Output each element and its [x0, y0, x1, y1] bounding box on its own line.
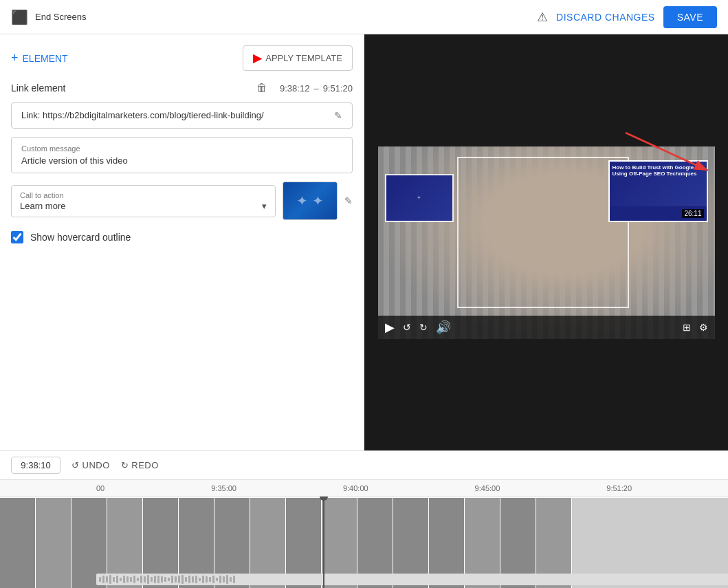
right-panel: ✦ How to Build Trust with Google Using O… — [364, 34, 728, 450]
thumb-cell-1 — [0, 498, 36, 588]
header: ⬛ End Screens ⚠ DISCARD CHANGES SAVE — [0, 0, 728, 34]
apply-template-button[interactable]: ▶ APPLY TEMPLATE — [243, 45, 353, 71]
custom-message-field[interactable]: Custom message Article version of this v… — [11, 137, 353, 173]
left-overlay-rect: ✦ — [385, 174, 454, 222]
thumbnail-graphic: ✦ ✦ — [283, 182, 337, 219]
video-background: ✦ How to Build Trust with Google Using O… — [378, 146, 715, 339]
track-content-3 — [96, 569, 728, 588]
timeline-ruler: 00 9:35:00 9:40:00 9:45:00 9:51:20 — [0, 480, 728, 497]
link-element-label: Link element — [11, 83, 65, 94]
link-field-inner: Link: https://b2bdigitalmarketers.com/bl… — [21, 110, 329, 120]
forward-icon[interactable]: ↻ — [419, 322, 428, 333]
edit-thumbnail-icon[interactable]: ✎ — [344, 195, 353, 206]
timeline-section: 9:38:10 ↺ UNDO ↻ REDO 00 9:35:00 9:40:00… — [0, 450, 728, 588]
time-separator: – — [313, 83, 318, 94]
undo-button[interactable]: ↺ UNDO — [71, 460, 110, 470]
link-field[interactable]: Link: https://b2bdigitalmarketers.com/bl… — [11, 102, 353, 129]
ruler-mark-3: 9:45:00 — [475, 484, 500, 492]
video-container: ✦ How to Build Trust with Google Using O… — [378, 146, 715, 339]
grid-icon[interactable]: ⊞ — [683, 322, 691, 333]
header-right: ⚠ DISCARD CHANGES SAVE — [537, 6, 717, 28]
link-element-row: Link element 🗑 9:38:12 – 9:51:20 — [11, 82, 353, 94]
redo-icon: ↻ — [121, 460, 129, 470]
track-row-3: ♪ — [0, 569, 728, 588]
cta-label: Call to action — [20, 191, 64, 199]
undo-icon: ↺ — [71, 460, 80, 470]
cta-row: Call to action Learn more ▾ ✦ ✦ ✎ — [11, 182, 353, 220]
add-element-button[interactable]: + ELEMENT — [11, 51, 68, 65]
audio-wave — [96, 574, 728, 585]
cta-value: Learn more — [20, 201, 65, 211]
screen-icon: ⬛ — [11, 9, 28, 25]
ruler-mark-0: 00 — [96, 484, 104, 492]
delete-icon[interactable]: 🗑 — [256, 82, 267, 94]
video-controls: ▶ ↺ ↻ 🔊 ⊞ ⚙ — [378, 316, 715, 339]
save-button[interactable]: SAVE — [663, 6, 717, 28]
youtube-logo-icon: ▶ — [253, 52, 261, 65]
plus-icon: + — [11, 51, 19, 65]
toolbar-row: + ELEMENT ▶ APPLY TEMPLATE — [11, 45, 353, 71]
time-start: 9:38:12 — [280, 83, 309, 94]
track-row-2 — [0, 542, 728, 569]
hovercard-checkbox[interactable] — [11, 231, 23, 243]
main-selection-rect — [457, 157, 629, 308]
timeline-tracks: + Video: How to Build Trust with Google … — [0, 497, 728, 588]
alert-icon[interactable]: ⚠ — [537, 10, 548, 25]
cta-select-wrapper[interactable]: Call to action Learn more ▾ — [11, 185, 276, 217]
play-icon[interactable]: ▶ — [385, 320, 395, 335]
thumb-cell-2 — [36, 498, 71, 588]
ruler-marks: 00 9:35:00 9:40:00 9:45:00 9:51:20 — [96, 484, 632, 492]
checkbox-row: Show hovercard outline — [11, 231, 353, 243]
timeline-toolbar: 9:38:10 ↺ UNDO ↻ REDO — [0, 451, 728, 480]
header-left: ⬛ End Screens — [11, 9, 86, 25]
ruler-mark-1: 9:35:00 — [211, 484, 236, 492]
redo-label: REDO — [131, 460, 159, 470]
video-thumbnail-overlay: How to Build Trust with Google Using Off… — [608, 160, 708, 222]
thumb-duration: 26:11 — [682, 209, 703, 218]
custom-message-value: Article version of this video — [21, 155, 342, 166]
ruler-mark-2: 9:40:00 — [343, 484, 368, 492]
edit-link-icon[interactable]: ✎ — [334, 110, 342, 121]
chevron-down-icon: ▾ — [262, 201, 267, 211]
hovercard-label: Show hovercard outline — [30, 232, 131, 243]
settings-icon[interactable]: ⚙ — [699, 322, 708, 333]
cta-thumbnail: ✦ ✦ — [283, 182, 338, 220]
left-panel: + ELEMENT ▶ APPLY TEMPLATE Link element … — [0, 34, 364, 450]
page-title: End Screens — [35, 12, 86, 22]
undo-label: UNDO — [82, 460, 110, 470]
thumbnail-graphic-stars: ✦ ✦ — [296, 193, 324, 209]
thumb-title: How to Build Trust with Google Using Off… — [610, 162, 707, 180]
discard-changes-button[interactable]: DISCARD CHANGES — [556, 12, 655, 23]
cta-select-inner: Learn more ▾ — [20, 201, 267, 211]
ruler-mark-4: 9:51:20 — [606, 484, 632, 492]
link-field-value: Link: https://b2bdigitalmarketers.com/bl… — [21, 110, 329, 120]
custom-message-label: Custom message — [21, 144, 342, 153]
volume-icon[interactable]: 🔊 — [436, 320, 451, 335]
current-time-display: 9:38:10 — [11, 457, 60, 474]
rewind-icon[interactable]: ↺ — [403, 322, 411, 333]
bar-audio — [96, 574, 728, 585]
main-layout: + ELEMENT ▶ APPLY TEMPLATE Link element … — [0, 34, 728, 450]
time-range: 9:38:12 – 9:51:20 — [280, 83, 353, 94]
redo-button[interactable]: ↻ REDO — [121, 460, 159, 470]
add-element-label: ELEMENT — [23, 53, 68, 64]
time-end: 9:51:20 — [323, 83, 353, 94]
apply-template-label: APPLY TEMPLATE — [265, 53, 342, 63]
